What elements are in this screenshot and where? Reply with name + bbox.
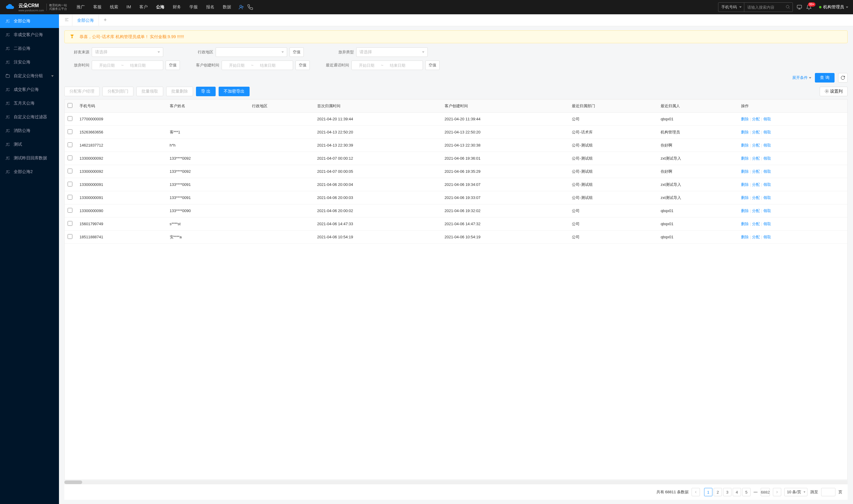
sidebar-item-2[interactable]: 二咨公海: [0, 42, 59, 55]
pager-page-5[interactable]: 5: [742, 488, 750, 496]
row-delete-link[interactable]: 删除: [741, 143, 749, 147]
user-menu[interactable]: 机构管理员: [815, 4, 848, 10]
export-plain-button[interactable]: 不加密导出: [219, 87, 250, 96]
set-columns-button[interactable]: 设置列: [820, 87, 848, 96]
pager-jump-input[interactable]: [821, 488, 835, 496]
row-checkbox[interactable]: [68, 182, 72, 186]
row-checkbox[interactable]: [68, 129, 72, 134]
nav-item-0[interactable]: 推广: [73, 1, 88, 13]
row-delete-link[interactable]: 删除: [741, 117, 749, 121]
nav-item-4[interactable]: 客户: [136, 1, 151, 13]
row-assign-link[interactable]: 分配: [752, 209, 760, 213]
nav-item-6[interactable]: 财务: [169, 1, 185, 13]
row-delete-link[interactable]: 删除: [741, 209, 749, 213]
row-assign-link[interactable]: 分配: [752, 143, 760, 147]
row-assign-link[interactable]: 分配: [752, 222, 760, 226]
logo[interactable]: 云朵CRM www.yunduocrm.com 教育机构一站 式服务云平台: [5, 3, 67, 12]
sidebar-item-5[interactable]: 成交客户公海: [0, 83, 59, 96]
page-size-select[interactable]: 10 条/页: [784, 488, 807, 496]
batch-claim-button[interactable]: 批量领取: [137, 87, 163, 96]
region-select[interactable]: [216, 47, 287, 57]
pager-page-2[interactable]: 2: [714, 488, 722, 496]
row-claim-link[interactable]: 领取: [763, 130, 771, 134]
nav-item-3[interactable]: IM: [123, 1, 135, 13]
row-claim-link[interactable]: 领取: [763, 209, 771, 213]
row-delete-link[interactable]: 删除: [741, 156, 749, 161]
nav-item-7[interactable]: 学服: [186, 1, 201, 13]
horizontal-scrollbar[interactable]: [64, 481, 848, 484]
last-call-range[interactable]: ~: [351, 60, 423, 70]
row-checkbox[interactable]: [68, 168, 72, 173]
row-claim-link[interactable]: 领取: [763, 222, 771, 226]
row-claim-link[interactable]: 领取: [763, 143, 771, 147]
abandon-start-input[interactable]: [95, 63, 119, 68]
sidebar-item-8[interactable]: 消防公海: [0, 124, 59, 138]
tab-all-sea[interactable]: 全部公海: [72, 14, 99, 26]
row-checkbox[interactable]: [68, 234, 72, 239]
row-checkbox[interactable]: [68, 208, 72, 213]
row-assign-link[interactable]: 分配: [752, 169, 760, 174]
row-claim-link[interactable]: 领取: [763, 235, 771, 239]
abandon-empty-button[interactable]: 空值: [166, 60, 180, 70]
expand-filters-link[interactable]: 展开条件: [792, 75, 811, 80]
abandon-time-range[interactable]: ~: [92, 60, 163, 70]
export-button[interactable]: 导 出: [196, 87, 216, 96]
sidebar-item-3[interactable]: 注安公海: [0, 55, 59, 69]
add-user-icon[interactable]: [238, 4, 244, 10]
sidebar-item-9[interactable]: 测试: [0, 138, 59, 151]
sidebar-item-4[interactable]: 自定义公海分组: [0, 69, 59, 83]
batch-delete-button[interactable]: 批量删除: [166, 87, 193, 96]
search-input[interactable]: [744, 3, 783, 11]
row-assign-link[interactable]: 分配: [752, 195, 760, 200]
lastcall-end-input[interactable]: [386, 63, 410, 68]
pager-prev[interactable]: [692, 488, 700, 496]
row-assign-link[interactable]: 分配: [752, 235, 760, 239]
nav-item-5[interactable]: 公海: [152, 1, 168, 13]
create-start-input[interactable]: [225, 63, 249, 68]
row-claim-link[interactable]: 领取: [763, 169, 771, 174]
row-assign-link[interactable]: 分配: [752, 156, 760, 161]
sidebar-item-1[interactable]: 非成交客户公海: [0, 28, 59, 42]
create-empty-button[interactable]: 空值: [295, 60, 310, 70]
row-claim-link[interactable]: 领取: [763, 182, 771, 187]
phone-icon[interactable]: [247, 4, 253, 10]
source-select[interactable]: 请选择: [92, 47, 163, 57]
tab-add-button[interactable]: +: [99, 17, 112, 23]
row-checkbox[interactable]: [68, 116, 72, 121]
nav-item-9[interactable]: 数据: [219, 1, 235, 13]
create-time-range[interactable]: ~: [222, 60, 293, 70]
assign-dept-button[interactable]: 分配到部门: [103, 87, 133, 96]
search-button[interactable]: 查 询: [815, 73, 835, 83]
row-checkbox[interactable]: [68, 221, 72, 226]
row-delete-link[interactable]: 删除: [741, 222, 749, 226]
bell-icon[interactable]: 99+: [806, 4, 812, 10]
pager-page-4[interactable]: 4: [733, 488, 741, 496]
abandon-end-input[interactable]: [126, 63, 150, 68]
row-assign-link[interactable]: 分配: [752, 117, 760, 121]
nav-item-8[interactable]: 报名: [202, 1, 218, 13]
row-checkbox[interactable]: [68, 142, 72, 147]
pager-page-1[interactable]: 1: [704, 488, 712, 496]
abandon-type-select[interactable]: 请选择: [356, 47, 428, 57]
row-delete-link[interactable]: 删除: [741, 195, 749, 200]
row-delete-link[interactable]: 删除: [741, 235, 749, 239]
sidebar-item-7[interactable]: 自定义公海过滤器: [0, 110, 59, 124]
pager-next[interactable]: [773, 488, 781, 496]
pager-last[interactable]: 6882: [761, 488, 770, 496]
sidebar-item-11[interactable]: 全部公海2: [0, 165, 59, 179]
sidebar-item-0[interactable]: 全部公海: [0, 14, 59, 28]
region-empty-button[interactable]: 空值: [290, 47, 304, 57]
row-delete-link[interactable]: 删除: [741, 182, 749, 187]
nav-item-2[interactable]: 线索: [106, 1, 122, 13]
row-delete-link[interactable]: 删除: [741, 130, 749, 134]
select-all-checkbox[interactable]: [68, 103, 72, 108]
monitor-icon[interactable]: [796, 4, 802, 10]
assign-mgr-button[interactable]: 分配客户经理: [64, 87, 99, 96]
tab-toggle-icon[interactable]: [61, 16, 72, 25]
search-button[interactable]: [783, 3, 793, 11]
row-assign-link[interactable]: 分配: [752, 182, 760, 187]
lastcall-empty-button[interactable]: 空值: [425, 60, 440, 70]
row-claim-link[interactable]: 领取: [763, 156, 771, 161]
row-checkbox[interactable]: [68, 156, 72, 160]
row-delete-link[interactable]: 删除: [741, 169, 749, 174]
